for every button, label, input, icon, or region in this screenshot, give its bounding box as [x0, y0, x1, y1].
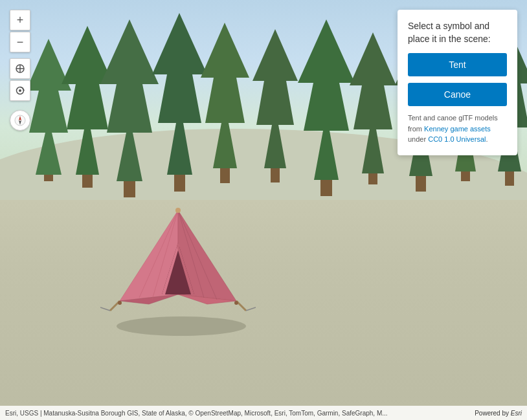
svg-rect-19 [461, 171, 470, 181]
compass-button[interactable] [10, 110, 30, 131]
svg-rect-9 [220, 168, 230, 183]
symbol-panel: Select a symbol and place it in the scen… [398, 10, 517, 155]
rotate-icon [15, 85, 25, 96]
svg-rect-21 [505, 171, 514, 186]
attribution-bar: Esri, USGS | Matanuska-Susitna Borough G… [0, 406, 527, 420]
tree-4 [152, 13, 207, 203]
svg-rect-7 [174, 175, 185, 192]
svg-rect-17 [416, 176, 426, 192]
tent-button[interactable]: Tent [408, 53, 507, 76]
tree-7 [298, 19, 355, 206]
svg-rect-13 [320, 180, 332, 196]
svg-marker-4 [100, 19, 159, 181]
map-container[interactable]: + − [0, 0, 527, 420]
svg-marker-10 [252, 29, 298, 168]
panel-title: Select a symbol and place it in the scen… [408, 20, 507, 45]
pan-icon [15, 63, 25, 74]
svg-point-44 [19, 89, 21, 92]
svg-point-37 [175, 208, 181, 213]
cc0-link[interactable]: CC0 1.0 Universal [428, 135, 486, 143]
svg-point-38 [118, 301, 122, 305]
svg-rect-15 [368, 173, 377, 184]
tree-3 [100, 19, 159, 203]
kenney-link[interactable]: Kenney game assets [424, 125, 491, 133]
footer-end: . [486, 135, 488, 143]
attribution-text: Esri, USGS | Matanuska-Susitna Borough G… [5, 410, 388, 417]
svg-marker-14 [350, 32, 396, 173]
navigation-controls [10, 58, 30, 101]
svg-rect-1 [44, 175, 53, 181]
terrain-ground [0, 200, 527, 420]
tree-8 [350, 32, 396, 187]
compass-icon [14, 115, 26, 126]
pan-button[interactable] [10, 58, 30, 79]
zoom-in-button[interactable]: + [10, 10, 30, 30]
rotate-button[interactable] [10, 80, 30, 101]
canoe-button[interactable]: Canoe [408, 83, 507, 106]
panel-footer: Tent and canoe glTF models from Kenney g… [408, 113, 507, 145]
svg-rect-11 [271, 168, 280, 182]
svg-line-32 [246, 307, 256, 311]
zoom-out-button[interactable]: − [10, 32, 30, 52]
svg-marker-8 [201, 23, 249, 168]
tree-5 [201, 23, 249, 193]
tree-6 [252, 29, 298, 187]
svg-marker-12 [298, 19, 355, 180]
svg-marker-6 [152, 13, 207, 175]
svg-rect-3 [82, 175, 93, 188]
svg-point-39 [234, 301, 238, 305]
tent-model [100, 204, 256, 336]
powered-by: Powered by Esri [475, 410, 522, 417]
svg-rect-5 [124, 181, 135, 197]
zoom-controls: + − [10, 10, 30, 52]
svg-line-31 [100, 307, 110, 311]
footer-middle: under [408, 135, 428, 143]
compass-control [10, 110, 30, 131]
